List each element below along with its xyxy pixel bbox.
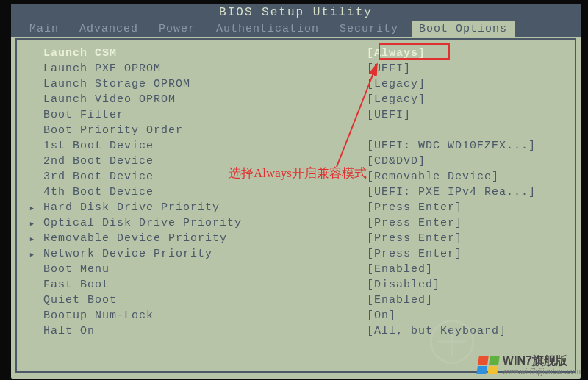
option-label: 4th Boot Device (43, 186, 367, 198)
watermark-main: WIN7旗舰版 (503, 354, 581, 368)
option-row[interactable]: ▸Network Device Priority[Press Enter] (21, 246, 570, 262)
content-panel: 选择Always开启兼容模式 Launch CSM[Always]Launch … (15, 38, 576, 373)
windows-logo-icon (476, 356, 499, 374)
submenu-arrow-icon: ▸ (21, 233, 43, 245)
tab-authentication[interactable]: Authentication (209, 21, 326, 37)
tab-main[interactable]: Main (22, 21, 66, 37)
option-value[interactable]: [UEFI: WDC WD10EZEX...] (367, 140, 570, 152)
option-label: Launch Storage OPROM (43, 78, 367, 90)
circle-watermark-icon (430, 320, 474, 364)
option-value[interactable]: [Removable Device] (367, 171, 570, 183)
tab-advanced[interactable]: Advanced (72, 21, 146, 37)
option-value[interactable]: [Enabled] (367, 263, 570, 276)
option-label: Launch CSM (43, 47, 367, 60)
watermark: WIN7旗舰版 www.win7qijianban.com (478, 354, 581, 376)
annotation-text: 选择Always开启兼容模式 (229, 165, 367, 182)
tab-bar: Main Advanced Power Authentication Secur… (11, 21, 581, 37)
option-row[interactable]: Launch Video OPROM[Legacy] (21, 92, 570, 107)
option-label: Bootup Num-Lock (43, 309, 367, 322)
tab-power[interactable]: Power (151, 21, 203, 37)
option-value[interactable]: [Press Enter] (367, 201, 570, 214)
submenu-arrow-icon: ▸ (21, 218, 43, 229)
bios-screen: BIOS Setup Utility Main Advanced Power A… (11, 4, 581, 379)
option-value[interactable]: [CD&DVD] (367, 155, 570, 168)
option-label: Launch Video OPROM (43, 93, 367, 106)
option-label: Hard Disk Drive Priority (43, 201, 367, 214)
option-label: Quiet Boot (43, 294, 367, 306)
option-value[interactable]: [Enabled] (367, 294, 570, 306)
submenu-arrow-icon: ▸ (21, 248, 43, 260)
option-label: Optical Disk Drive Priority (43, 217, 367, 229)
option-row[interactable]: Halt On[All, but Keyboard] (21, 323, 570, 339)
tab-security[interactable]: Security (332, 21, 406, 37)
option-value[interactable]: [Legacy] (367, 78, 570, 90)
option-value[interactable]: [Press Enter] (367, 248, 570, 260)
option-label: Boot Menu (43, 263, 367, 276)
option-row[interactable]: Launch PXE OPROM[UEFI] (21, 61, 570, 76)
option-row[interactable]: 4th Boot Device[UEFI: PXE IPv4 Rea...] (21, 184, 570, 200)
option-value[interactable]: [UEFI: PXE IPv4 Rea...] (367, 186, 570, 198)
bios-title: BIOS Setup Utility (11, 4, 581, 21)
option-row[interactable]: Boot Priority Order (21, 123, 570, 138)
option-row[interactable]: Boot Filter[UEFI] (21, 107, 570, 123)
option-value[interactable]: [UEFI] (367, 109, 570, 121)
option-row[interactable]: ▸Hard Disk Drive Priority[Press Enter] (21, 200, 570, 215)
option-label: Removable Device Priority (43, 232, 367, 245)
option-label: Fast Boot (43, 279, 367, 291)
option-row[interactable]: Launch CSM[Always] (21, 46, 570, 61)
option-row[interactable]: ▸Removable Device Priority[Press Enter] (21, 231, 570, 246)
option-value[interactable]: [On] (367, 309, 570, 322)
option-value[interactable]: [Disabled] (367, 279, 570, 291)
option-value[interactable]: [Legacy] (367, 93, 570, 106)
option-label: Network Device Priority (43, 248, 367, 260)
tab-boot-options[interactable]: Boot Options (412, 21, 514, 37)
option-label: 1st Boot Device (43, 140, 367, 152)
option-label: Boot Filter (43, 109, 367, 121)
option-value[interactable]: [UEFI] (367, 62, 570, 75)
watermark-sub: www.win7qijianban.com (503, 368, 581, 376)
option-label: Launch PXE OPROM (43, 62, 367, 75)
option-value[interactable]: [Press Enter] (367, 232, 570, 245)
option-label: Boot Priority Order (43, 124, 367, 137)
option-label: Halt On (43, 325, 367, 337)
option-row[interactable]: Quiet Boot[Enabled] (21, 293, 570, 308)
option-value[interactable]: [Press Enter] (367, 217, 570, 229)
option-row[interactable]: 1st Boot Device[UEFI: WDC WD10EZEX...] (21, 138, 570, 154)
option-row[interactable]: Launch Storage OPROM[Legacy] (21, 76, 570, 92)
option-row[interactable]: Bootup Num-Lock[On] (21, 308, 570, 323)
option-row[interactable]: Boot Menu[Enabled] (21, 262, 570, 277)
option-row[interactable]: ▸Optical Disk Drive Priority[Press Enter… (21, 215, 570, 231)
submenu-arrow-icon: ▸ (21, 202, 43, 214)
option-value[interactable]: [Always] (367, 47, 570, 60)
option-row[interactable]: Fast Boot[Disabled] (21, 277, 570, 293)
